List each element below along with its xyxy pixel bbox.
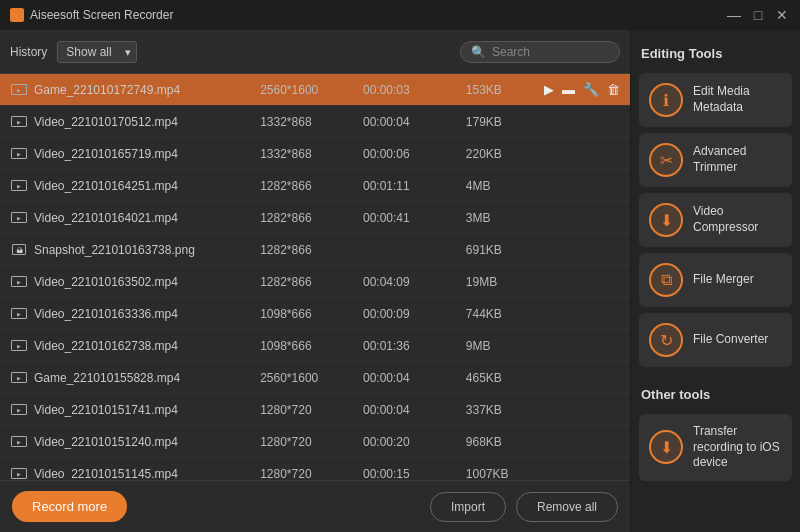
file-duration: 00:00:04 <box>363 371 466 385</box>
file-type-icon <box>10 467 28 481</box>
app-title: Aiseesoft Screen Recorder <box>30 8 173 22</box>
file-duration: 00:04:09 <box>363 275 466 289</box>
file-list[interactable]: Game_221010172749.mp42560*160000:00:0315… <box>0 74 630 480</box>
tool-card-edit-metadata[interactable]: ℹEdit Media Metadata <box>639 73 792 127</box>
file-row[interactable]: Video_221010165719.mp41332*86800:00:0622… <box>0 138 630 170</box>
file-name: Video_221010164251.mp4 <box>34 179 260 193</box>
search-box[interactable]: 🔍 <box>460 41 620 63</box>
record-more-button[interactable]: Record more <box>12 491 127 522</box>
maximize-button[interactable]: □ <box>750 7 766 23</box>
file-name: Video_221010165719.mp4 <box>34 147 260 161</box>
file-duration: 00:01:11 <box>363 179 466 193</box>
history-select[interactable]: Show all Video Audio Image <box>57 41 137 63</box>
file-row[interactable]: Video_221010151741.mp41280*72000:00:0433… <box>0 394 630 426</box>
file-name: Video_221010151240.mp4 <box>34 435 260 449</box>
file-duration: 00:00:20 <box>363 435 466 449</box>
file-name: Video_221010163502.mp4 <box>34 275 260 289</box>
file-row[interactable]: Video_221010163336.mp41098*66600:00:0974… <box>0 298 630 330</box>
file-name: Video_221010151741.mp4 <box>34 403 260 417</box>
file-duration: 00:00:04 <box>363 403 466 417</box>
play-button[interactable]: ▶ <box>544 82 554 97</box>
file-name: Game_221010172749.mp4 <box>34 83 260 97</box>
file-type-icon <box>10 243 28 257</box>
file-resolution: 1280*720 <box>260 435 363 449</box>
import-button[interactable]: Import <box>430 492 506 522</box>
file-name: Video_221010163336.mp4 <box>34 307 260 321</box>
title-bar-left: Aiseesoft Screen Recorder <box>10 8 173 22</box>
file-row[interactable]: Game_221010172749.mp42560*160000:00:0315… <box>0 74 630 106</box>
app-icon <box>10 8 24 22</box>
file-name: Video_221010151145.mp4 <box>34 467 260 481</box>
file-row[interactable]: Video_221010151240.mp41280*72000:00:2096… <box>0 426 630 458</box>
file-row[interactable]: Video_221010162738.mp41098*66600:01:369M… <box>0 330 630 362</box>
file-type-icon <box>10 371 28 385</box>
file-row[interactable]: Video_221010170512.mp41332*86800:00:0417… <box>0 106 630 138</box>
file-name: Video_221010162738.mp4 <box>34 339 260 353</box>
title-bar: Aiseesoft Screen Recorder — □ ✕ <box>0 0 800 30</box>
file-converter-label: File Converter <box>693 332 768 348</box>
file-name: Game_221010155828.mp4 <box>34 371 260 385</box>
file-row[interactable]: Video_221010164251.mp41282*86600:01:114M… <box>0 170 630 202</box>
file-resolution: 2560*1600 <box>260 371 363 385</box>
file-row[interactable]: Video_221010151145.mp41280*72000:00:1510… <box>0 458 630 480</box>
remove-all-button[interactable]: Remove all <box>516 492 618 522</box>
file-converter-icon: ↻ <box>649 323 683 357</box>
advanced-trimmer-icon: ✂ <box>649 143 683 177</box>
edit-metadata-icon: ℹ <box>649 83 683 117</box>
file-size: 691KB <box>466 243 538 257</box>
file-resolution: 1280*720 <box>260 467 363 481</box>
file-size: 4MB <box>466 179 538 193</box>
file-row[interactable]: Game_221010155828.mp42560*160000:00:0446… <box>0 362 630 394</box>
file-row[interactable]: Video_221010163502.mp41282*86600:04:0919… <box>0 266 630 298</box>
search-icon: 🔍 <box>471 45 486 59</box>
minimize-button[interactable]: — <box>726 7 742 23</box>
file-resolution: 1280*720 <box>260 403 363 417</box>
file-size: 968KB <box>466 435 538 449</box>
other-tools-title: Other tools <box>639 379 792 408</box>
file-actions: ▶▬🔧🗑 <box>538 82 620 97</box>
file-row[interactable]: Video_221010164021.mp41282*86600:00:413M… <box>0 202 630 234</box>
history-label: History <box>10 45 47 59</box>
file-type-icon <box>10 83 28 97</box>
file-size: 3MB <box>466 211 538 225</box>
right-panel: Editing Tools ℹEdit Media Metadata✂Advan… <box>630 30 800 532</box>
file-name: Video_221010164021.mp4 <box>34 211 260 225</box>
file-size: 179KB <box>466 115 538 129</box>
tool-card-file-converter[interactable]: ↻File Converter <box>639 313 792 367</box>
title-bar-controls: — □ ✕ <box>726 7 790 23</box>
file-size: 337KB <box>466 403 538 417</box>
file-resolution: 1098*666 <box>260 339 363 353</box>
file-type-icon <box>10 211 28 225</box>
file-size: 153KB <box>466 83 538 97</box>
history-select-wrapper[interactable]: Show all Video Audio Image <box>57 41 137 63</box>
transfer-ios-icon: ⬇ <box>649 430 683 464</box>
file-row[interactable]: Snapshot_221010163738.png1282*866691KB <box>0 234 630 266</box>
tool-card-transfer-ios[interactable]: ⬇Transfer recording to iOS device <box>639 414 792 481</box>
file-name: Video_221010170512.mp4 <box>34 115 260 129</box>
bottom-bar: Record more Import Remove all <box>0 480 630 532</box>
tool-card-file-merger[interactable]: ⧉File Merger <box>639 253 792 307</box>
file-duration: 00:01:36 <box>363 339 466 353</box>
search-input[interactable] <box>492 45 612 59</box>
file-size: 19MB <box>466 275 538 289</box>
file-duration: 00:00:03 <box>363 83 466 97</box>
left-panel: History Show all Video Audio Image 🔍 Gam… <box>0 30 630 532</box>
tool-card-advanced-trimmer[interactable]: ✂Advanced Trimmer <box>639 133 792 187</box>
file-resolution: 1282*866 <box>260 243 363 257</box>
file-resolution: 1282*866 <box>260 275 363 289</box>
edit-button[interactable]: 🔧 <box>583 82 599 97</box>
file-duration: 00:00:06 <box>363 147 466 161</box>
file-type-icon <box>10 339 28 353</box>
close-button[interactable]: ✕ <box>774 7 790 23</box>
file-size: 465KB <box>466 371 538 385</box>
file-size: 1007KB <box>466 467 538 481</box>
file-merger-label: File Merger <box>693 272 754 288</box>
file-type-icon <box>10 403 28 417</box>
tool-card-video-compressor[interactable]: ⬇Video Compressor <box>639 193 792 247</box>
editing-tools-title: Editing Tools <box>639 42 792 67</box>
file-resolution: 2560*1600 <box>260 83 363 97</box>
file-resolution: 1332*868 <box>260 115 363 129</box>
delete-button[interactable]: 🗑 <box>607 82 620 97</box>
open-folder-button[interactable]: ▬ <box>562 82 575 97</box>
file-duration: 00:00:41 <box>363 211 466 225</box>
